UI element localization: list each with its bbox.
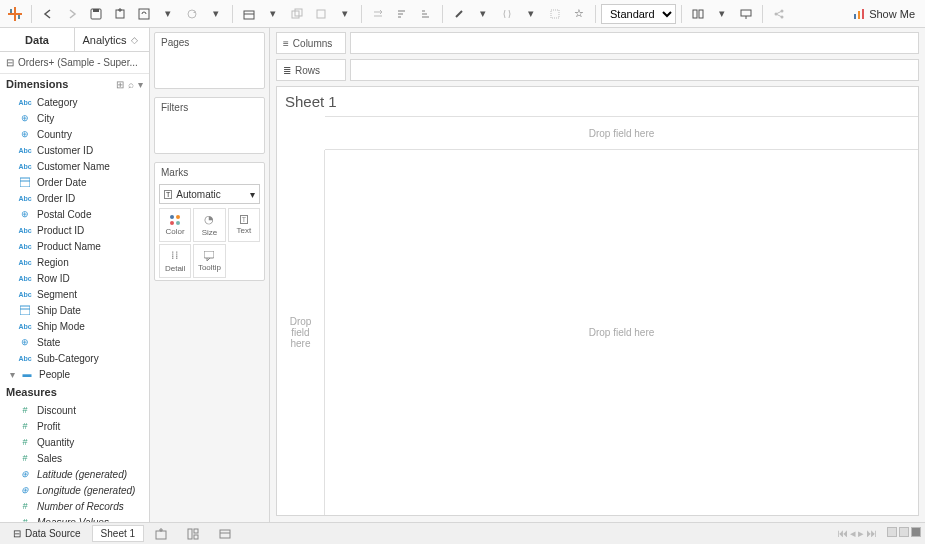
group-button[interactable] [496, 3, 518, 25]
menu-icon[interactable]: ▾ [138, 79, 143, 90]
dropdown-2[interactable]: ▾ [262, 3, 284, 25]
marks-card: Marks TAutomatic▾ Color ◔Size TText ⁞⁞De… [154, 162, 265, 281]
marks-detail[interactable]: ⁞⁞Detail [159, 244, 191, 278]
new-data-button[interactable] [109, 3, 131, 25]
nav-last[interactable]: ⏭ [866, 527, 877, 540]
share-button[interactable] [768, 3, 790, 25]
sheet-tab[interactable]: Sheet 1 [92, 525, 144, 542]
columns-shelf[interactable] [350, 32, 919, 54]
dropdown-5[interactable]: ▾ [520, 3, 542, 25]
field-profit[interactable]: #Profit [0, 418, 149, 434]
duplicate-button[interactable] [286, 3, 308, 25]
field-city[interactable]: ⊕City [0, 110, 149, 126]
showme-icon [853, 8, 865, 20]
field-sales[interactable]: #Sales [0, 450, 149, 466]
drop-main-hint[interactable]: Drop field here [325, 150, 918, 515]
datasource-tab[interactable]: ⊟Data Source [4, 525, 90, 542]
drop-columns-hint[interactable]: Drop field here [325, 116, 918, 150]
field-longitude-generated-[interactable]: ⊕Longitude (generated) [0, 482, 149, 498]
field-latitude-generated-[interactable]: ⊕Latitude (generated) [0, 466, 149, 482]
new-story-button[interactable] [210, 525, 240, 543]
new-worksheet-button[interactable] [238, 3, 260, 25]
view-icon[interactable]: ⊞ [116, 79, 124, 90]
tableau-logo[interactable] [4, 3, 26, 25]
auto-update-button[interactable] [133, 3, 155, 25]
pages-shelf[interactable]: Pages [154, 32, 265, 89]
separator [232, 5, 233, 23]
sheet-title[interactable]: Sheet 1 [277, 87, 918, 116]
svg-rect-21 [422, 16, 429, 18]
drop-rows-hint[interactable]: Drop field here [277, 150, 325, 515]
marks-color[interactable]: Color [159, 208, 191, 242]
svg-rect-44 [156, 531, 166, 539]
svg-rect-35 [20, 178, 30, 187]
datasource-row[interactable]: ⊟ Orders+ (Sample - Super... [0, 52, 149, 74]
datasource-name: Orders+ (Sample - Super... [18, 57, 138, 68]
back-button[interactable] [37, 3, 59, 25]
nav-prev[interactable]: ◂ [850, 527, 856, 540]
field-segment[interactable]: AbcSegment [0, 286, 149, 302]
field-order-id[interactable]: AbcOrder ID [0, 190, 149, 206]
field-product-name[interactable]: AbcProduct Name [0, 238, 149, 254]
nav-first[interactable]: ⏮ [837, 527, 848, 540]
field-ship-date[interactable]: Ship Date [0, 302, 149, 318]
marks-tooltip[interactable]: Tooltip [193, 244, 225, 278]
database-icon: ⊟ [6, 57, 14, 68]
field-discount[interactable]: #Discount [0, 402, 149, 418]
dimensions-header: Dimensions ⊞⌕▾ [0, 74, 149, 94]
field-customer-id[interactable]: AbcCustomer ID [0, 142, 149, 158]
field-product-id[interactable]: AbcProduct ID [0, 222, 149, 238]
nav-next[interactable]: ▸ [858, 527, 864, 540]
filters-shelf[interactable]: Filters [154, 97, 265, 154]
dropdown-6[interactable]: ▾ [711, 3, 733, 25]
separator [31, 5, 32, 23]
save-button[interactable] [85, 3, 107, 25]
field-order-date[interactable]: Order Date [0, 174, 149, 190]
sort-asc-button[interactable] [391, 3, 413, 25]
marks-text[interactable]: TText [228, 208, 260, 242]
field-measure-values[interactable]: #Measure Values [0, 514, 149, 522]
sort-desc-button[interactable] [415, 3, 437, 25]
show-me-button[interactable]: Show Me [847, 8, 921, 20]
dropdown-1[interactable]: ▾ [205, 3, 227, 25]
tab-analytics[interactable]: Analytics◇ [75, 28, 149, 51]
view-mode-2[interactable] [899, 527, 909, 537]
presentation-button[interactable] [735, 3, 757, 25]
highlight-button[interactable] [448, 3, 470, 25]
cards-button[interactable] [687, 3, 709, 25]
field-row-id[interactable]: AbcRow ID [0, 270, 149, 286]
view-mode-3[interactable] [911, 527, 921, 537]
field-state[interactable]: ⊕State [0, 334, 149, 350]
tab-data[interactable]: Data [0, 28, 75, 51]
field-region[interactable]: AbcRegion [0, 254, 149, 270]
refresh-button[interactable] [181, 3, 203, 25]
svg-point-41 [170, 221, 174, 225]
view-mode-1[interactable] [887, 527, 897, 537]
svg-rect-17 [398, 13, 403, 15]
rows-shelf[interactable] [350, 59, 919, 81]
new-dashboard-button[interactable] [178, 525, 208, 543]
search-icon[interactable]: ⌕ [128, 79, 134, 90]
field-quantity[interactable]: #Quantity [0, 434, 149, 450]
field-country[interactable]: ⊕Country [0, 126, 149, 142]
marks-type-selector[interactable]: TAutomatic▾ [159, 184, 260, 204]
field-people[interactable]: ▾▬People [0, 366, 149, 382]
fit-selector[interactable]: Standard [601, 4, 676, 24]
field-postal-code[interactable]: ⊕Postal Code [0, 206, 149, 222]
field-customer-name[interactable]: AbcCustomer Name [0, 158, 149, 174]
run-button[interactable]: ▾ [157, 3, 179, 25]
clear-button[interactable] [310, 3, 332, 25]
field-sub-category[interactable]: AbcSub-Category [0, 350, 149, 366]
field-number-of-records[interactable]: #Number of Records [0, 498, 149, 514]
dropdown-4[interactable]: ▾ [472, 3, 494, 25]
marks-size[interactable]: ◔Size [193, 208, 225, 242]
swap-button[interactable] [367, 3, 389, 25]
forward-button[interactable] [61, 3, 83, 25]
svg-rect-2 [10, 9, 12, 13]
totals-button[interactable] [544, 3, 566, 25]
dropdown-3[interactable]: ▾ [334, 3, 356, 25]
labels-button[interactable]: ☆ [568, 3, 590, 25]
new-sheet-button[interactable] [146, 525, 176, 543]
field-ship-mode[interactable]: AbcShip Mode [0, 318, 149, 334]
field-category[interactable]: AbcCategory [0, 94, 149, 110]
